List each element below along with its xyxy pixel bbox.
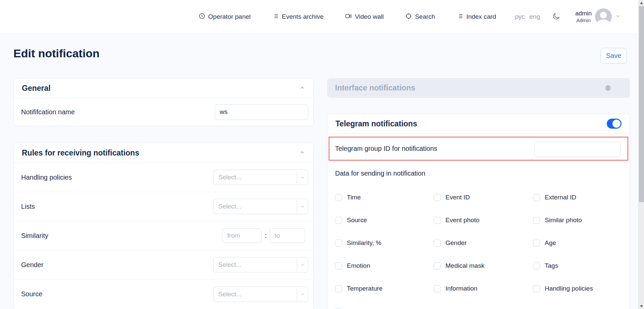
checkbox-icon[interactable]	[533, 194, 540, 201]
panel-title: Telegram notifications	[335, 119, 417, 128]
checkbox-icon[interactable]	[335, 240, 342, 247]
checkbox-icon[interactable]	[533, 217, 540, 224]
checkbox-icon[interactable]	[434, 240, 441, 247]
checkbox-external-id[interactable]: External ID	[533, 186, 623, 209]
checkbox-gender[interactable]: Gender	[434, 232, 533, 254]
checkbox-time[interactable]: Time	[335, 186, 434, 209]
lists-select[interactable]: Select...	[213, 199, 308, 214]
chevron-down-icon	[615, 13, 621, 20]
notification-data-checkbox-grid: Time Event ID External ID Source Event p…	[335, 186, 623, 309]
checkbox-temperature[interactable]: Temperature	[335, 277, 434, 300]
checkbox-icon[interactable]	[335, 308, 342, 309]
nav-item-operator-panel[interactable]: Operator panel	[199, 13, 251, 21]
lists-row: Lists Select...	[14, 192, 313, 221]
chevron-down-icon	[297, 292, 308, 297]
checkbox-icon[interactable]	[434, 217, 441, 224]
rules-panel-header[interactable]: Rules for receiving notifications	[14, 143, 313, 163]
checkbox-lists[interactable]: Lists	[335, 300, 434, 309]
user-menu[interactable]: admin Admin	[575, 8, 621, 25]
checkbox-icon[interactable]	[335, 217, 342, 224]
scrollbar-thumb[interactable]	[639, 6, 644, 202]
chevron-up-icon	[299, 149, 305, 157]
data-for-sending-label: Data for sending in notification	[335, 170, 425, 177]
checkbox-medical-mask[interactable]: Medical mask	[434, 254, 533, 277]
nav-item-label: Video wall	[355, 13, 384, 20]
select-placeholder: Select...	[214, 291, 297, 298]
source-row: Source Select...	[14, 280, 313, 309]
checkbox-emotion[interactable]: Emotion	[335, 254, 434, 277]
moon-icon	[552, 12, 560, 22]
similarity-row: Similarity :	[14, 221, 313, 250]
handling-policies-select[interactable]: Select...	[213, 170, 308, 185]
crosshair-icon	[405, 13, 412, 21]
checkbox-icon[interactable]	[335, 262, 342, 269]
scroll-down-button[interactable]	[639, 303, 644, 309]
language-rus[interactable]: рус	[515, 13, 525, 20]
chevron-up-icon	[299, 85, 305, 92]
checkbox-icon[interactable]	[434, 262, 441, 269]
gender-select[interactable]: Select...	[213, 257, 308, 272]
collapse-button[interactable]	[299, 149, 305, 157]
user-names: admin Admin	[575, 10, 592, 23]
field-label: Gender	[21, 261, 44, 269]
nav-menu: Operator panel Events archive Video wall…	[199, 13, 496, 21]
rules-panel: Rules for receiving notifications Handli…	[13, 143, 314, 309]
user-name: admin	[575, 10, 592, 17]
nav-item-video-wall[interactable]: Video wall	[345, 13, 384, 21]
checkbox-icon[interactable]	[434, 285, 441, 292]
notification-name-input[interactable]	[215, 104, 308, 120]
nav-item-index-card[interactable]: Index card	[457, 13, 496, 21]
chevron-down-icon	[297, 204, 308, 209]
select-placeholder: Select...	[214, 174, 297, 181]
similarity-from-input[interactable]	[222, 228, 262, 243]
handling-policies-row: Handling policies Select...	[14, 163, 313, 192]
similarity-range: :	[222, 228, 308, 243]
checkbox-similarity[interactable]: Similarity, %	[335, 232, 434, 254]
scroll-up-button[interactable]	[639, 0, 644, 6]
checkbox-icon[interactable]	[533, 240, 540, 247]
field-label: Notififcation name	[21, 108, 75, 116]
interface-notifications-panel[interactable]: Interface notifications	[327, 78, 630, 98]
checkbox-icon[interactable]	[533, 285, 540, 292]
avatar-person-icon	[600, 12, 607, 18]
telegram-panel-header: Telegram notifications	[327, 114, 630, 134]
select-placeholder: Select...	[214, 261, 297, 268]
panel-title: Rules for receiving notifications	[22, 148, 139, 158]
telegram-toggle[interactable]	[607, 119, 622, 129]
checkbox-event-photo[interactable]: Event photo	[434, 209, 533, 232]
checkbox-icon[interactable]	[434, 194, 441, 201]
checkbox-source[interactable]: Source	[335, 209, 434, 232]
notification-name-row: Notififcation name	[14, 98, 313, 126]
vertical-scrollbar[interactable]	[638, 0, 644, 309]
select-placeholder: Select...	[214, 203, 297, 210]
range-separator: :	[265, 232, 267, 240]
triangle-up-icon	[640, 2, 643, 4]
checkbox-icon[interactable]	[335, 194, 342, 201]
checkbox-similar-photo[interactable]: Similar photo	[533, 209, 623, 232]
list-icon	[457, 13, 463, 21]
telegram-group-id-input[interactable]	[534, 141, 621, 157]
dark-mode-button[interactable]	[552, 12, 560, 22]
chevron-down-icon	[297, 175, 308, 180]
nav-item-events-archive[interactable]: Events archive	[272, 13, 324, 21]
checkbox-icon[interactable]	[335, 285, 342, 292]
similarity-to-input[interactable]	[270, 228, 305, 243]
checkbox-event-id[interactable]: Event ID	[434, 186, 533, 209]
field-label: Source	[21, 290, 42, 298]
checkbox-icon[interactable]	[533, 262, 540, 269]
checkbox-tags[interactable]: Tags	[533, 254, 623, 277]
nav-item-search[interactable]: Search	[405, 13, 435, 21]
language-eng[interactable]: eng	[529, 13, 540, 20]
checkbox-information[interactable]: Information	[434, 277, 533, 300]
general-panel-header[interactable]: General	[14, 78, 313, 98]
avatar	[595, 8, 612, 25]
save-button[interactable]: Save	[600, 48, 627, 64]
collapse-button[interactable]	[299, 85, 305, 92]
nav-item-label: Operator panel	[208, 13, 251, 20]
source-select[interactable]: Select...	[213, 287, 308, 302]
top-navigation-bar: Operator panel Events archive Video wall…	[0, 0, 644, 34]
telegram-notifications-panel: Telegram notifications Telegram group ID…	[327, 114, 630, 309]
panel-title: Interface notifications	[335, 83, 415, 92]
checkbox-handling-policies[interactable]: Handling policies	[533, 277, 623, 300]
checkbox-age[interactable]: Age	[533, 232, 623, 254]
